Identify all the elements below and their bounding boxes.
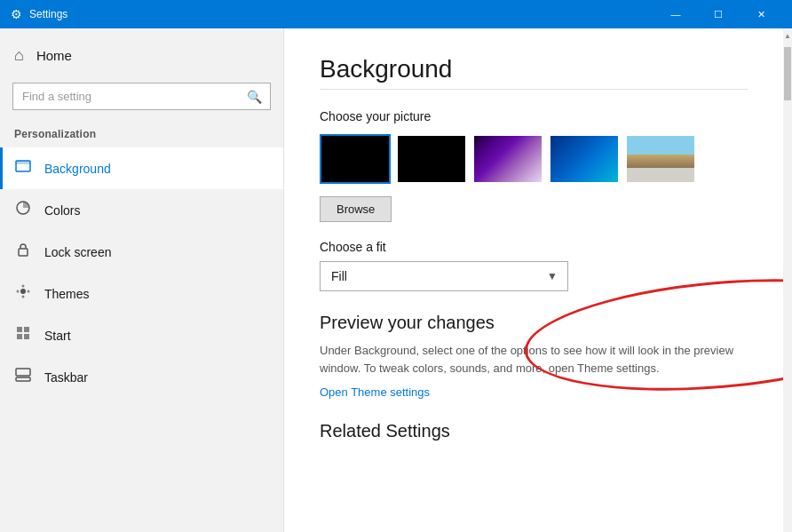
settings-window-icon: ⚙ <box>11 7 22 21</box>
fit-dropdown-wrap: Fill Fit Stretch Tile Center Span ▼ <box>320 261 568 291</box>
start-nav-icon <box>14 325 32 345</box>
svg-point-7 <box>17 290 20 293</box>
colors-nav-icon <box>14 200 32 220</box>
pic-black-0 <box>321 136 389 182</box>
sidebar-item-themes[interactable]: Themes <box>0 273 283 314</box>
title-divider <box>320 89 748 90</box>
right-scrollbar: ▲ <box>783 28 792 532</box>
sidebar-nav: Background Colors <box>0 147 283 398</box>
background-nav-icon <box>14 158 32 179</box>
taskbar-nav-icon <box>14 367 32 387</box>
pic-purple <box>474 136 542 182</box>
svg-rect-14 <box>16 369 30 376</box>
search-input[interactable] <box>12 83 271 110</box>
scroll-thumb[interactable] <box>784 47 791 100</box>
svg-point-8 <box>28 290 30 293</box>
sidebar-item-background[interactable]: Background <box>0 147 283 189</box>
picture-thumb-0[interactable] <box>320 134 391 184</box>
picture-thumb-3[interactable] <box>549 134 620 184</box>
title-bar: ⚙ Settings — ☐ ✕ <box>0 0 792 28</box>
colors-nav-label: Colors <box>44 203 80 218</box>
choose-picture-label: Choose your picture <box>320 109 748 123</box>
svg-rect-13 <box>16 377 30 381</box>
picture-thumb-1[interactable] <box>396 134 467 184</box>
svg-point-5 <box>22 285 25 288</box>
svg-rect-10 <box>24 327 29 332</box>
svg-rect-11 <box>17 334 22 339</box>
home-label: Home <box>36 48 72 63</box>
sidebar-home-button[interactable]: ⌂ Home <box>0 28 283 83</box>
main-content: Background Choose your picture <box>284 28 783 532</box>
app-window: ⚙ Settings — ☐ ✕ ⌂ Home 🔍 Personalizatio… <box>0 0 792 532</box>
svg-rect-1 <box>16 161 30 164</box>
sidebar-item-lock-screen[interactable]: Lock screen <box>0 231 283 273</box>
lock-screen-nav-icon <box>14 242 32 262</box>
open-theme-settings-link[interactable]: Open Theme settings <box>320 385 430 399</box>
title-bar-title: Settings <box>29 8 67 20</box>
maximize-button[interactable]: ☐ <box>698 0 739 28</box>
related-settings-title: Related Settings <box>320 421 748 441</box>
preview-title: Preview your changes <box>320 313 748 333</box>
scroll-up-arrow[interactable]: ▲ <box>783 28 792 44</box>
minimize-button[interactable]: — <box>655 0 696 28</box>
fit-dropdown[interactable]: Fill Fit Stretch Tile Center Span <box>320 261 568 291</box>
sidebar-section-label: Personalization <box>0 124 283 147</box>
page-title: Background <box>320 55 748 83</box>
app-body: ⌂ Home 🔍 Personalization <box>0 28 792 532</box>
taskbar-nav-label: Taskbar <box>44 370 88 385</box>
svg-rect-9 <box>17 327 22 332</box>
sidebar-item-colors[interactable]: Colors <box>0 189 283 231</box>
sidebar-search-container: 🔍 <box>12 83 271 110</box>
svg-point-6 <box>22 296 25 298</box>
picture-grid <box>320 134 748 184</box>
pic-landscape <box>627 136 694 182</box>
home-icon: ⌂ <box>14 46 24 65</box>
title-bar-left: ⚙ Settings <box>11 7 67 21</box>
title-bar-controls: — ☐ ✕ <box>655 0 781 28</box>
background-nav-label: Background <box>44 162 111 176</box>
close-button[interactable]: ✕ <box>741 0 781 28</box>
pic-black-1 <box>398 136 465 182</box>
svg-rect-3 <box>19 249 28 256</box>
pic-windows <box>550 136 618 182</box>
start-nav-label: Start <box>44 329 71 343</box>
sidebar: ⌂ Home 🔍 Personalization <box>0 28 284 532</box>
sidebar-item-taskbar[interactable]: Taskbar <box>0 356 283 398</box>
svg-rect-12 <box>24 334 29 339</box>
lock-screen-nav-label: Lock screen <box>44 245 111 259</box>
sidebar-item-start[interactable]: Start <box>0 314 283 356</box>
themes-nav-icon <box>14 283 32 304</box>
svg-point-4 <box>20 289 26 294</box>
picture-thumb-2[interactable] <box>472 134 543 184</box>
preview-desc: Under Background, select one of the opti… <box>320 342 748 377</box>
picture-thumb-4[interactable] <box>625 134 696 184</box>
choose-fit-label: Choose a fit <box>320 240 748 254</box>
themes-nav-label: Themes <box>44 287 90 301</box>
browse-button[interactable]: Browse <box>320 196 392 222</box>
